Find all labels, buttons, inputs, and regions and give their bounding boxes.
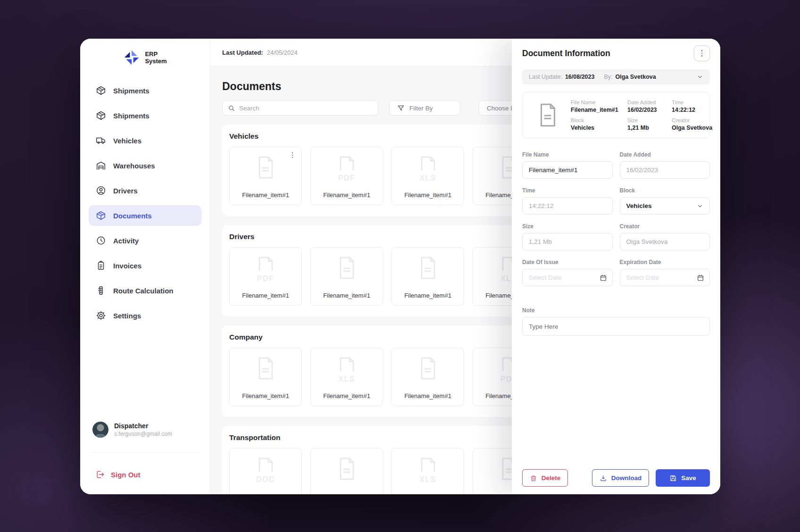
chevron-down-icon <box>697 203 703 209</box>
doc-file-icon: DOC <box>252 456 279 484</box>
file-name: Filename_item#1 <box>242 392 289 399</box>
chevron-down-icon <box>697 74 703 80</box>
document-lines-icon <box>333 456 360 484</box>
document-card[interactable]: Filename_item#1 <box>229 147 302 205</box>
sign-out-button[interactable]: Sign Out <box>95 470 141 479</box>
document-card[interactable]: XLS Filename_item#1 <box>310 348 383 406</box>
card-menu-icon[interactable] <box>289 151 296 159</box>
sidebar-item-shipments-2[interactable]: Shipments <box>89 105 201 126</box>
field-note: Note <box>522 307 710 336</box>
package-icon <box>96 85 106 96</box>
sidebar-item-warehouses[interactable]: Warehouses <box>89 155 201 176</box>
trash-icon <box>530 474 537 482</box>
sidebar-item-shipments[interactable]: Shipments <box>89 80 201 101</box>
last-update-bar[interactable]: Last Update: 16/08/2023 By: Olga Svetkov… <box>522 69 710 84</box>
sidebar-item-documents[interactable]: Documents <box>89 205 201 226</box>
file-name-input[interactable] <box>522 161 613 179</box>
download-button[interactable]: Download <box>592 469 649 487</box>
save-button[interactable]: Save <box>656 469 710 487</box>
package-icon <box>96 210 106 221</box>
search-box[interactable] <box>222 100 378 116</box>
document-card[interactable]: Filename_item#1 <box>229 348 302 406</box>
sidebar: ERP System Shipments Shipments Vehicles … <box>80 39 210 494</box>
file-info-card: File NameFilename_item#1 Date Added16/02… <box>522 92 710 138</box>
sidebar-item-settings[interactable]: Settings <box>89 305 201 326</box>
document-card[interactable]: Filename_item#1 <box>310 247 383 306</box>
document-lines-icon <box>252 154 279 183</box>
date-added-input[interactable] <box>620 161 710 179</box>
size-input[interactable] <box>522 233 613 250</box>
field-expiration-date: Expiration Date <box>620 259 710 286</box>
file-name: Filename_item#1 <box>323 191 370 199</box>
field-size: Size <box>522 223 613 250</box>
document-card[interactable]: XLS Filename_item#1 <box>392 448 464 494</box>
truck-icon <box>96 135 106 146</box>
field-block: Block Vehicles <box>620 187 710 215</box>
logout-icon <box>95 470 105 479</box>
sidebar-item-route-calculation[interactable]: Route Calculation <box>89 280 201 301</box>
file-name: Filename_item#1 <box>404 292 451 299</box>
field-date-of-issue: Date Of Issue <box>522 259 613 286</box>
block-select[interactable]: Vehicles <box>620 197 710 215</box>
file-name: Filename_item#1 <box>242 292 289 299</box>
section-company: Company Filename_item#1 XLS Filename_i <box>222 325 552 417</box>
file-info-grid: File NameFilename_item#1 Date Added16/02… <box>571 100 712 131</box>
package-icon <box>96 110 106 121</box>
document-card[interactable]: DOC Filename_item#1 <box>229 448 302 494</box>
sidebar-item-invoices[interactable]: Invoices <box>89 255 201 276</box>
document-card[interactable]: Filename_item#1 <box>392 348 464 406</box>
document-lines-icon <box>333 255 360 283</box>
logo-text: ERP System <box>145 50 167 65</box>
pdf-file-icon: PDF <box>333 154 360 183</box>
search-input[interactable] <box>239 105 372 112</box>
creator-input[interactable] <box>620 233 710 250</box>
filter-by-button[interactable]: Filter By <box>389 100 460 116</box>
document-card[interactable]: Filename_item#1 <box>392 247 464 306</box>
document-lines-icon <box>415 255 441 283</box>
panel-menu-button[interactable] <box>694 45 710 61</box>
sidebar-nav: Shipments Shipments Vehicles Warehouses … <box>80 80 210 326</box>
panel-title: Document Information <box>522 49 610 58</box>
document-card[interactable]: PDF Filename_item#1 <box>229 247 302 306</box>
file-name: Filename_item#1 <box>404 392 451 399</box>
last-updated-label: Last Updated: <box>222 49 263 56</box>
xls-file-icon: XLS <box>415 154 441 183</box>
clipboard-icon <box>96 260 106 271</box>
file-name: Filename_item#1 <box>323 493 370 494</box>
note-input[interactable] <box>522 317 710 336</box>
funnel-icon <box>397 104 405 112</box>
clock-icon <box>96 235 106 246</box>
document-information-panel: Document Information Last Update: 16/08/… <box>512 39 720 494</box>
app-window: ERP System Shipments Shipments Vehicles … <box>80 39 720 494</box>
document-card[interactable]: XLS Filename_item#1 <box>392 147 464 205</box>
panel-actions: Delete Download Save <box>522 469 710 487</box>
xls-file-icon: XLS <box>415 456 441 484</box>
person-circle-icon <box>96 185 106 196</box>
sidebar-divider <box>92 452 199 453</box>
save-icon <box>669 474 677 482</box>
panel-header: Document Information <box>522 45 710 61</box>
file-name: Filename_item#1 <box>242 493 289 494</box>
user-email: s.ferguson@gmail.com <box>114 431 172 437</box>
gear-icon <box>96 310 106 321</box>
sidebar-item-activity[interactable]: Activity <box>89 230 201 251</box>
user-role: Dispatcher <box>114 422 172 430</box>
sidebar-item-vehicles[interactable]: Vehicles <box>89 130 201 151</box>
time-input[interactable] <box>522 197 613 215</box>
document-card[interactable]: Filename_item#1 <box>310 448 383 494</box>
document-card[interactable]: PDF Filename_item#1 <box>310 147 383 205</box>
field-date-added: Date Added <box>620 151 710 179</box>
search-icon <box>228 105 235 112</box>
document-form: File Name Date Added Time Block Vehicles… <box>522 151 710 336</box>
document-lines-icon <box>415 355 441 383</box>
expiration-date-input[interactable] <box>620 269 710 286</box>
sidebar-item-drivers[interactable]: Drivers <box>89 180 201 201</box>
user-profile[interactable]: Dispatcher s.ferguson@gmail.com <box>92 422 172 438</box>
delete-button[interactable]: Delete <box>522 469 568 487</box>
section-drivers: Drivers PDF Filename_item#1 Filename_i <box>222 225 552 316</box>
traffic-light-icon <box>96 285 106 296</box>
field-time: Time <box>522 187 613 215</box>
field-file-name: File Name <box>522 151 613 179</box>
date-of-issue-input[interactable] <box>522 269 613 286</box>
pdf-file-icon: PDF <box>252 255 279 283</box>
